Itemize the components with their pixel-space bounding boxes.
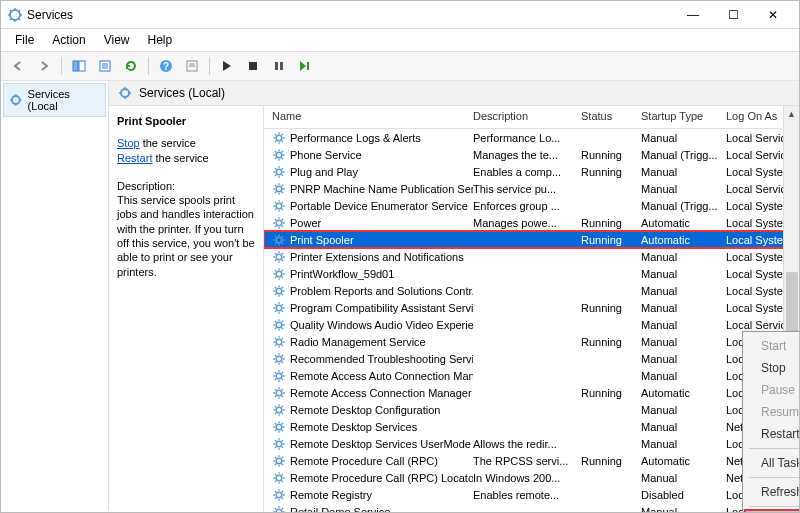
column-header-description[interactable]: Description xyxy=(473,110,581,122)
menu-help[interactable]: Help xyxy=(140,31,181,49)
service-name: Portable Device Enumerator Service xyxy=(290,200,468,212)
service-name: Printer Extensions and Notifications xyxy=(290,251,464,263)
service-row[interactable]: PrintWorkflow_59d01ManualLocal System xyxy=(264,265,799,282)
service-status: Running xyxy=(581,166,641,178)
pause-service-button[interactable] xyxy=(268,55,290,77)
svg-point-27 xyxy=(276,288,282,294)
service-row[interactable]: Program Compatibility Assistant Servi...… xyxy=(264,299,799,316)
menu-view[interactable]: View xyxy=(96,31,138,49)
svg-point-16 xyxy=(12,96,20,104)
scroll-up-button[interactable]: ▲ xyxy=(784,106,799,122)
service-startup: Disabled xyxy=(641,489,726,501)
svg-point-21 xyxy=(276,186,282,192)
service-row[interactable]: Remote Desktop Services UserMode Port R.… xyxy=(264,435,799,452)
ctx-restart[interactable]: Restart xyxy=(745,423,799,445)
context-menu: Start Stop Pause Resume Restart All Task… xyxy=(742,331,799,513)
svg-point-29 xyxy=(276,322,282,328)
svg-rect-12 xyxy=(249,62,257,70)
service-row[interactable]: Quality Windows Audio Video Experie...Ma… xyxy=(264,316,799,333)
nav-forward-button[interactable] xyxy=(33,55,55,77)
service-row[interactable]: Printer Extensions and NotificationsManu… xyxy=(264,248,799,265)
service-startup: Manual (Trigg... xyxy=(641,200,726,212)
service-gear-icon xyxy=(272,284,286,298)
services-header-icon xyxy=(117,85,133,101)
selected-service-name: Print Spooler xyxy=(117,114,255,128)
export-list-button[interactable] xyxy=(94,55,116,77)
service-row[interactable]: Phone ServiceManages the te...RunningMan… xyxy=(264,146,799,163)
properties-button[interactable] xyxy=(181,55,203,77)
menu-action[interactable]: Action xyxy=(44,31,93,49)
service-row[interactable]: Performance Logs & AlertsPerformance Lo.… xyxy=(264,129,799,146)
service-status: Running xyxy=(581,217,641,229)
service-description: Manages the te... xyxy=(473,149,581,161)
service-gear-icon xyxy=(272,335,286,349)
service-startup: Manual xyxy=(641,268,726,280)
menu-file[interactable]: File xyxy=(7,31,42,49)
restart-service-link[interactable]: Restart xyxy=(117,152,152,164)
close-button[interactable]: ✕ xyxy=(753,3,793,27)
service-row[interactable]: Plug and PlayEnables a comp...RunningMan… xyxy=(264,163,799,180)
ctx-stop[interactable]: Stop xyxy=(745,357,799,379)
minimize-button[interactable]: — xyxy=(673,3,713,27)
column-header-startup[interactable]: Startup Type xyxy=(641,110,726,122)
window-title: Services xyxy=(27,8,73,22)
service-row[interactable]: Remote RegistryEnables remote...Disabled… xyxy=(264,486,799,503)
ctx-refresh[interactable]: Refresh xyxy=(745,481,799,503)
service-row[interactable]: Remote Procedure Call (RPC) LocatorIn Wi… xyxy=(264,469,799,486)
service-description: This service pu... xyxy=(473,183,581,195)
service-row[interactable]: Print SpoolerRunningAutomaticLocal Syste… xyxy=(264,231,799,248)
ctx-start: Start xyxy=(745,335,799,357)
service-row[interactable]: Remote Procedure Call (RPC)The RPCSS ser… xyxy=(264,452,799,469)
service-row[interactable]: Remote Desktop ConfigurationManualLocal … xyxy=(264,401,799,418)
service-name: PrintWorkflow_59d01 xyxy=(290,268,394,280)
service-description: Enables remote... xyxy=(473,489,581,501)
svg-point-36 xyxy=(276,441,282,447)
service-gear-icon xyxy=(272,386,286,400)
service-row[interactable]: Retail Demo ServiceManualLocal System xyxy=(264,503,799,513)
svg-point-34 xyxy=(276,407,282,413)
service-row[interactable]: PowerManages powe...RunningAutomaticLoca… xyxy=(264,214,799,231)
svg-rect-13 xyxy=(275,62,278,70)
service-row[interactable]: Radio Management ServiceRunningManualLoc… xyxy=(264,333,799,350)
service-row[interactable]: PNRP Machine Name Publication ServiceThi… xyxy=(264,180,799,197)
service-name: Plug and Play xyxy=(290,166,358,178)
column-header-name[interactable]: Name xyxy=(268,110,473,122)
service-status: Running xyxy=(581,234,641,246)
stop-service-link[interactable]: Stop xyxy=(117,137,140,149)
description-text: This service spools print jobs and handl… xyxy=(117,193,255,279)
refresh-button[interactable] xyxy=(120,55,142,77)
show-hide-tree-button[interactable] xyxy=(68,55,90,77)
service-row[interactable]: Remote Desktop ServicesManualNetwork Se.… xyxy=(264,418,799,435)
service-gear-icon xyxy=(272,233,286,247)
service-row[interactable]: Problem Reports and Solutions Contr...Ma… xyxy=(264,282,799,299)
restart-service-button[interactable] xyxy=(294,55,316,77)
service-name: PNRP Machine Name Publication Service xyxy=(290,183,473,195)
service-startup: Manual (Trigg... xyxy=(641,149,726,161)
service-row[interactable]: Remote Access Auto Connection Man...Manu… xyxy=(264,367,799,384)
column-header-status[interactable]: Status xyxy=(581,110,641,122)
service-startup: Manual xyxy=(641,183,726,195)
service-status: Running xyxy=(581,302,641,314)
service-row[interactable]: Recommended Troubleshooting Servi...Manu… xyxy=(264,350,799,367)
maximize-button[interactable]: ☐ xyxy=(713,3,753,27)
stop-service-button[interactable] xyxy=(242,55,264,77)
svg-rect-14 xyxy=(280,62,283,70)
svg-point-25 xyxy=(276,254,282,260)
svg-point-30 xyxy=(276,339,282,345)
service-startup: Manual xyxy=(641,251,726,263)
service-row[interactable]: Portable Device Enumerator ServiceEnforc… xyxy=(264,197,799,214)
service-description: Allows the redir... xyxy=(473,438,581,450)
main-header-label: Services (Local) xyxy=(139,86,225,100)
service-row[interactable]: Remote Access Connection ManagerRunningA… xyxy=(264,384,799,401)
service-gear-icon xyxy=(272,131,286,145)
service-gear-icon xyxy=(272,403,286,417)
ctx-all-tasks[interactable]: All Tasks xyxy=(745,452,799,474)
help-button[interactable]: ? xyxy=(155,55,177,77)
tree-item-services-local[interactable]: Services (Local xyxy=(3,83,106,117)
service-startup: Automatic xyxy=(641,387,726,399)
nav-back-button[interactable] xyxy=(7,55,29,77)
svg-point-39 xyxy=(276,492,282,498)
service-status: Running xyxy=(581,336,641,348)
start-service-button[interactable] xyxy=(216,55,238,77)
list-pane: Name Description Status Startup Type Log… xyxy=(264,106,799,513)
